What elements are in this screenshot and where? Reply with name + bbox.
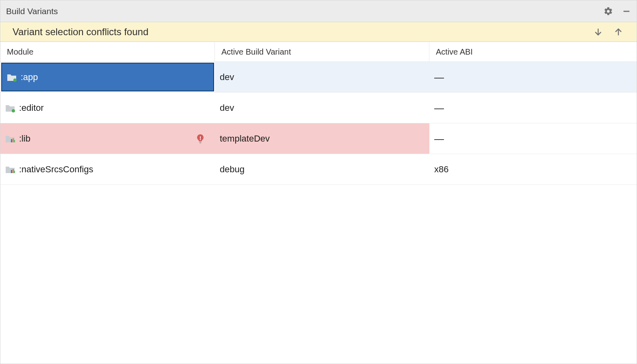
svg-rect-5 bbox=[11, 139, 12, 142]
variant-cell[interactable]: dev bbox=[215, 93, 429, 123]
banner-nav bbox=[594, 28, 624, 36]
gear-icon[interactable] bbox=[603, 6, 613, 16]
app-module-icon bbox=[5, 104, 15, 112]
titlebar-actions bbox=[603, 6, 631, 16]
library-module-icon bbox=[5, 165, 15, 174]
abi-cell[interactable]: x86 bbox=[429, 154, 637, 184]
arrow-up-icon[interactable] bbox=[614, 28, 623, 36]
library-module-icon bbox=[5, 134, 15, 143]
variant-cell[interactable]: templateDev bbox=[215, 123, 429, 154]
banner-message: Variant selection conflicts found bbox=[13, 26, 594, 38]
variant-value: dev bbox=[220, 103, 234, 113]
module-name: :editor bbox=[19, 103, 210, 113]
svg-point-3 bbox=[13, 78, 17, 82]
module-name: :nativeSrcsConfigs bbox=[19, 164, 210, 175]
svg-rect-12 bbox=[11, 170, 12, 173]
table-row[interactable]: :app dev — bbox=[0, 62, 637, 93]
svg-rect-8 bbox=[199, 142, 202, 142]
variant-cell[interactable]: dev bbox=[215, 62, 429, 92]
variant-cell[interactable]: debug bbox=[215, 154, 429, 184]
module-cell[interactable]: :lib bbox=[0, 123, 215, 154]
arrow-down-icon[interactable] bbox=[594, 28, 603, 36]
minimize-icon[interactable] bbox=[622, 7, 631, 16]
svg-point-11 bbox=[200, 139, 201, 140]
titlebar: Build Variants bbox=[0, 0, 637, 22]
table-row[interactable]: :editor dev — bbox=[0, 93, 637, 123]
build-variants-panel: Build Variants Variant selection conflic… bbox=[0, 0, 637, 364]
svg-rect-6 bbox=[13, 138, 14, 142]
abi-cell[interactable]: — bbox=[429, 123, 637, 154]
column-header-abi[interactable]: Active ABI bbox=[429, 42, 637, 61]
table-body: :app dev — :editor dev bbox=[0, 62, 637, 185]
table-header: Module Active Build Variant Active ABI bbox=[0, 42, 637, 62]
abi-cell[interactable]: — bbox=[429, 62, 637, 92]
svg-rect-9 bbox=[200, 143, 201, 144]
table-row[interactable]: :lib templateDev — bbox=[0, 123, 637, 154]
abi-value: — bbox=[434, 102, 445, 114]
table-row[interactable]: :nativeSrcsConfigs debug x86 bbox=[0, 154, 637, 185]
module-name: :app bbox=[21, 72, 208, 83]
abi-value: x86 bbox=[434, 164, 448, 175]
svg-point-4 bbox=[12, 109, 15, 112]
variant-value: dev bbox=[220, 72, 234, 83]
svg-rect-14 bbox=[14, 171, 15, 173]
svg-rect-7 bbox=[14, 140, 15, 142]
conflict-banner: Variant selection conflicts found bbox=[0, 22, 637, 42]
variant-value: debug bbox=[220, 164, 244, 175]
lightbulb-warning-icon[interactable] bbox=[196, 134, 204, 144]
column-header-variant[interactable]: Active Build Variant bbox=[215, 42, 429, 61]
module-name: :lib bbox=[19, 133, 192, 144]
abi-cell[interactable]: — bbox=[429, 93, 637, 123]
variant-value: templateDev bbox=[220, 133, 270, 144]
svg-rect-13 bbox=[13, 169, 14, 173]
module-cell[interactable]: :nativeSrcsConfigs bbox=[0, 154, 215, 184]
abi-value: — bbox=[434, 72, 445, 83]
abi-value: — bbox=[434, 133, 445, 144]
panel-title: Build Variants bbox=[6, 6, 603, 16]
module-cell[interactable]: :app bbox=[1, 63, 214, 91]
svg-rect-10 bbox=[200, 136, 201, 139]
column-header-module[interactable]: Module bbox=[0, 42, 215, 61]
module-cell[interactable]: :editor bbox=[0, 93, 215, 123]
app-module-icon bbox=[7, 73, 17, 82]
